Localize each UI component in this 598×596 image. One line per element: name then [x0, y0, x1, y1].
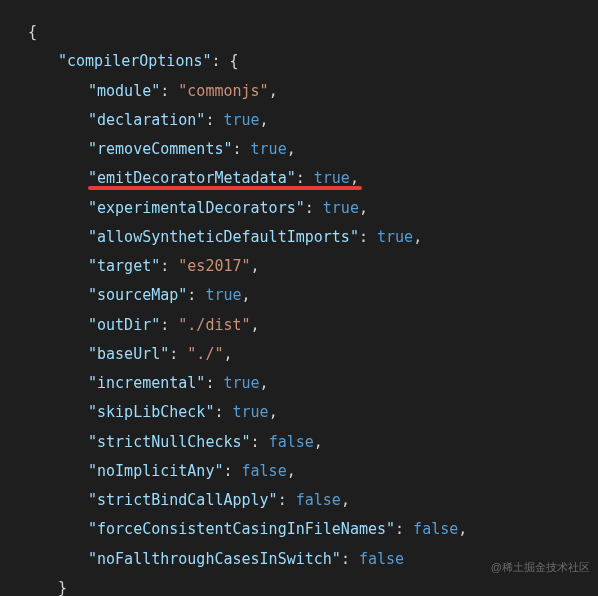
json-bool-value: false	[359, 550, 404, 568]
code-line: "allowSyntheticDefaultImports": true,	[28, 223, 586, 252]
code-line: {	[28, 18, 586, 47]
json-key: "experimentalDecorators"	[88, 199, 305, 217]
code-line: "skipLibCheck": true,	[28, 398, 586, 427]
json-string-value: "commonjs"	[178, 82, 268, 100]
json-key: "module"	[88, 82, 160, 100]
json-bool-value: false	[296, 491, 341, 509]
json-key: "removeComments"	[88, 140, 233, 158]
code-line: "target": "es2017",	[28, 252, 586, 281]
json-key: "emitDecoratorMetadata"	[88, 169, 296, 187]
json-string-value: "es2017"	[178, 257, 250, 275]
json-key: "outDir"	[88, 316, 160, 334]
json-bool-value: true	[233, 403, 269, 421]
code-line: "strictBindCallApply": false,	[28, 486, 586, 515]
json-bool-value: true	[377, 228, 413, 246]
json-bool-value: false	[413, 520, 458, 538]
code-line: "noImplicitAny": false,	[28, 457, 586, 486]
code-line: "incremental": true,	[28, 369, 586, 398]
json-bool-value: true	[323, 199, 359, 217]
json-string-value: "./dist"	[178, 316, 250, 334]
code-line: "removeComments": true,	[28, 135, 586, 164]
code-line: "sourceMap": true,	[28, 281, 586, 310]
json-bool-value: true	[314, 169, 350, 187]
highlight-underline	[88, 186, 362, 190]
code-line: "strictNullChecks": false,	[28, 428, 586, 457]
code-line: "declaration": true,	[28, 106, 586, 135]
json-key: "noFallthroughCasesInSwitch"	[88, 550, 341, 568]
json-bool-value: false	[242, 462, 287, 480]
json-key: "strictBindCallApply"	[88, 491, 278, 509]
code-line: "module": "commonjs",	[28, 77, 586, 106]
json-key: "incremental"	[88, 374, 205, 392]
json-bool-value: true	[223, 111, 259, 129]
code-block: {"compilerOptions": {"module": "commonjs…	[28, 18, 586, 596]
json-key: "compilerOptions"	[58, 52, 212, 70]
json-key: "sourceMap"	[88, 286, 187, 304]
code-line: "outDir": "./dist",	[28, 311, 586, 340]
json-key: "noImplicitAny"	[88, 462, 223, 480]
code-line: "compilerOptions": {	[28, 47, 586, 76]
json-key: "target"	[88, 257, 160, 275]
json-string-value: "./"	[187, 345, 223, 363]
json-key: "declaration"	[88, 111, 205, 129]
code-line: "forceConsistentCasingInFileNames": fals…	[28, 515, 586, 544]
watermark-text: @稀土掘金技术社区	[491, 557, 590, 578]
json-bool-value: true	[205, 286, 241, 304]
json-bool-value: true	[223, 374, 259, 392]
code-line: "experimentalDecorators": true,	[28, 194, 586, 223]
json-bool-value: false	[269, 433, 314, 451]
json-bool-value: true	[251, 140, 287, 158]
json-key: "skipLibCheck"	[88, 403, 214, 421]
code-line: "baseUrl": "./",	[28, 340, 586, 369]
json-key: "strictNullChecks"	[88, 433, 251, 451]
json-key: "baseUrl"	[88, 345, 169, 363]
json-key: "allowSyntheticDefaultImports"	[88, 228, 359, 246]
json-key: "forceConsistentCasingInFileNames"	[88, 520, 395, 538]
